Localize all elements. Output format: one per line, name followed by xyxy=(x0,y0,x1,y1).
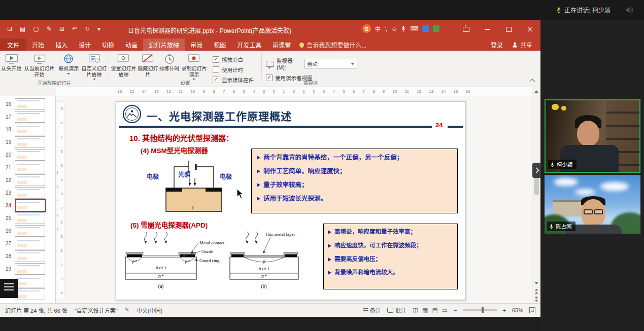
login-button[interactable]: 登录 xyxy=(491,41,503,49)
msm-detector-diagram[interactable]: 电极 光照 电极 I xyxy=(146,152,240,215)
fit-to-window-button[interactable] xyxy=(529,307,535,313)
zoom-out-button[interactable]: − xyxy=(454,307,457,313)
thumbnail-slide-16[interactable]: 16 xyxy=(0,98,55,111)
dropdown-arrow-icon xyxy=(67,73,70,75)
participant-video-chen-zhanguo[interactable]: 陈占国 xyxy=(545,175,640,234)
collapse-ribbon-icon[interactable] xyxy=(529,79,535,84)
thumbnail-slide-20[interactable]: 20 xyxy=(0,149,55,161)
thumbnail-slide-24-current[interactable]: 24 xyxy=(0,199,55,212)
tell-me-box[interactable]: 告诉我您想要做什么... xyxy=(299,39,366,51)
bullet-line: 响应速度快，可工作在微波频段； xyxy=(328,242,453,249)
zoom-percentage[interactable]: 65% xyxy=(512,307,523,313)
monitor-dropdown[interactable]: 自动 xyxy=(304,59,357,68)
undo-icon[interactable]: ↶ xyxy=(72,25,77,33)
rehearse-timings-button[interactable]: 排练计时 xyxy=(159,53,180,80)
present-online-button[interactable]: 联机演示 xyxy=(57,53,81,80)
close-button[interactable] xyxy=(519,20,540,39)
notes-button[interactable]: 备注 xyxy=(363,306,381,314)
thumbnail-slide-25[interactable]: 25 xyxy=(0,212,55,225)
language-status[interactable]: 中文(中国) xyxy=(137,306,162,314)
clock-icon xyxy=(164,54,175,65)
thumbnail-slide-28[interactable]: 28 xyxy=(0,250,55,263)
meeting-toolbar-collapsed[interactable] xyxy=(0,279,18,298)
apd-features-textbox[interactable]: 高增益，响应度和量子效率高； 响应速度快，可工作在微波频段； 需要高反偏电压； … xyxy=(323,224,458,289)
tab-home[interactable]: 开始 xyxy=(26,39,50,51)
new-slide-icon[interactable]: ▢ xyxy=(33,25,39,33)
previous-slide-button[interactable] xyxy=(532,287,540,295)
custom-slideshow-button[interactable]: 自定义幻灯片放映 xyxy=(81,53,108,80)
slide-thumbnail-panel: 16 17 18 19 20 21 22 23 24 25 26 27 28 2… xyxy=(0,96,56,303)
slide-24[interactable]: 一、光电探测器工作原理概述 24 10. 其他结构的光伏型探测器： (4) MS… xyxy=(116,101,466,300)
setup-slideshow-button[interactable]: 设置幻灯片放映 xyxy=(110,53,137,80)
thumbnail-slide-21[interactable]: 21 xyxy=(0,161,55,174)
ime-toolbox-icon[interactable] xyxy=(422,25,429,32)
apd-detector-diagram[interactable]: p⁺ p⁺ n or i n⁺ (a) Metal contact Oxide … xyxy=(119,229,322,297)
minimize-button[interactable] xyxy=(477,20,498,39)
msm-features-textbox[interactable]: 两个背靠背的肖特基结，一个正偏，另一个反偏； 制作工艺简单，响应速度快； 量子效… xyxy=(251,149,458,213)
save-icon[interactable]: ⊟ xyxy=(7,25,12,33)
tab-review[interactable]: 审阅 xyxy=(185,39,208,51)
ime-punct[interactable]: ', xyxy=(385,26,387,32)
scroll-down-button[interactable] xyxy=(532,279,540,287)
from-beginning-button[interactable]: 从头开始 xyxy=(1,53,22,80)
grid-view-icon[interactable]: ▤ xyxy=(20,25,25,33)
bullet-icon xyxy=(257,156,260,160)
slide-sorter-button[interactable]: ▦ xyxy=(422,307,428,314)
share-button[interactable]: 共享 xyxy=(512,41,532,49)
checkbox-use-timings[interactable]: 使用计时 xyxy=(213,66,258,73)
thumbnail-slide-17[interactable]: 17 xyxy=(0,111,55,123)
group-label: 开始放映幻灯片 xyxy=(0,79,109,86)
proofing-icon[interactable]: ✎ xyxy=(125,307,129,313)
vertical-scrollbar[interactable] xyxy=(532,87,540,303)
thumbnail-slide-23[interactable]: 23 xyxy=(0,187,55,199)
ribbon-display-options-button[interactable] xyxy=(455,20,477,39)
ime-mode[interactable]: 中 xyxy=(375,25,381,33)
maximize-button[interactable] xyxy=(498,20,519,39)
thumbnail-slide-27[interactable]: 27 xyxy=(0,237,55,250)
tab-insert[interactable]: 插入 xyxy=(50,39,73,51)
hide-slide-button[interactable]: 隐藏幻灯片 xyxy=(137,53,159,80)
pen-icon[interactable]: ✎ xyxy=(47,25,52,33)
record-slideshow-button[interactable]: 录制幻灯片演示 xyxy=(180,53,209,80)
qat-more-icon[interactable]: ▾ xyxy=(97,25,100,33)
audio-output-icon[interactable] xyxy=(625,6,634,14)
section-heading[interactable]: 10. 其他结构的光伏型探测器： xyxy=(129,132,233,143)
comments-button[interactable]: 批注 xyxy=(387,306,406,314)
table-icon[interactable]: ⊞ xyxy=(59,25,64,33)
quick-access-toolbar: ⊟ ▤ ▢ ✎ ⊞ ↶ ↻ ▾ xyxy=(7,25,100,33)
participant-video-ke-shaoying[interactable]: 柯少颖 xyxy=(545,99,640,173)
zoom-slider[interactable] xyxy=(463,309,497,311)
zoom-slider-thumb[interactable] xyxy=(482,307,484,313)
subsection-5-title[interactable]: (5) 雪崩光电探测器(APD) xyxy=(130,219,208,230)
tab-view[interactable]: 视图 xyxy=(208,39,231,51)
slideshow-button[interactable]: ▭ xyxy=(442,307,448,314)
slide-title[interactable]: 一、光电探测器工作原理概述 xyxy=(147,108,292,123)
tab-developer[interactable]: 开发工具 xyxy=(231,39,267,51)
tab-rain-classroom[interactable]: 雨课堂 xyxy=(267,39,296,51)
ime-mic-icon[interactable] xyxy=(401,25,406,32)
zoom-in-button[interactable]: + xyxy=(503,307,506,313)
thumbnail-slide-22[interactable]: 22 xyxy=(0,174,55,187)
tab-design[interactable]: 设计 xyxy=(73,39,96,51)
scroll-up-button[interactable] xyxy=(532,87,540,95)
from-current-slide-button[interactable]: 从当前幻灯片开始 xyxy=(22,53,57,80)
tab-file[interactable]: 文件 xyxy=(0,39,26,51)
ime-logo-icon[interactable]: S xyxy=(362,24,371,33)
tab-transitions[interactable]: 切换 xyxy=(96,39,120,51)
thumbnail-slide-26[interactable]: 26 xyxy=(0,225,55,237)
thumbnail-slide-19[interactable]: 19 xyxy=(0,136,55,149)
microphone-icon xyxy=(549,224,554,230)
expand-video-panel-button[interactable] xyxy=(532,163,541,178)
checkbox-play-narrations[interactable]: ✓ 播放旁白 xyxy=(213,56,258,63)
ime-keyboard-icon[interactable]: ⌨ xyxy=(410,25,418,32)
thumbnail-slide-29[interactable]: 29 xyxy=(0,263,55,275)
tab-slideshow[interactable]: 幻灯片放映 xyxy=(143,39,185,51)
normal-view-button[interactable]: ◫ xyxy=(413,307,418,314)
tab-animations[interactable]: 动画 xyxy=(120,39,143,51)
reading-view-button[interactable]: ▤ xyxy=(432,307,437,314)
redo-icon[interactable]: ↻ xyxy=(85,25,90,33)
thumbnail-slide-18[interactable]: 18 xyxy=(0,123,55,136)
next-slide-button[interactable] xyxy=(532,295,540,303)
ime-skin-icon[interactable] xyxy=(433,25,439,32)
ime-smiley-icon[interactable]: ☺ xyxy=(391,26,397,32)
